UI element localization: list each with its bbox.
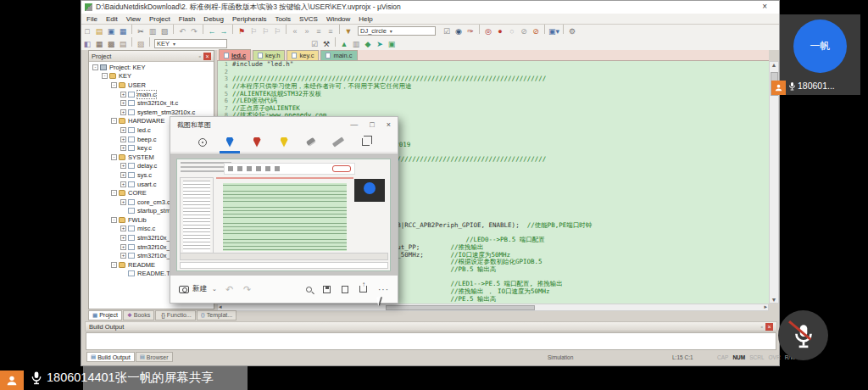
crop-icon[interactable] [359, 136, 371, 148]
camera-icon[interactable] [179, 286, 189, 293]
tree-item-system-stm32f10x-c[interactable]: +system_stm32f10x.c [89, 108, 214, 117]
breakpoint-icon[interactable]: ● [495, 26, 505, 37]
menu-edit[interactable]: Edit [106, 15, 118, 23]
new-snip-button[interactable]: 新建 [192, 284, 207, 294]
close-icon[interactable]: × [762, 2, 767, 11]
window-layout-icon[interactable]: ▣▾ [548, 26, 559, 37]
editor-tab-key-c[interactable]: key.c [287, 50, 319, 60]
close-icon[interactable]: × [387, 120, 391, 129]
comment-icon[interactable]: ≡ [314, 26, 324, 37]
maximize-icon[interactable]: □ [370, 120, 374, 129]
expand-icon[interactable]: + [120, 235, 126, 241]
cut-icon[interactable]: ✂ [136, 26, 146, 37]
batch-build-icon[interactable]: ▤ [118, 39, 128, 50]
build-output-content[interactable] [86, 332, 776, 350]
close-icon[interactable]: × [203, 53, 211, 60]
search-text-combo[interactable]: DJ_circle ▾ [358, 26, 436, 36]
menu-project[interactable]: Project [149, 15, 170, 23]
undo-icon[interactable]: ↶ [177, 26, 187, 37]
expand-icon[interactable]: + [120, 136, 126, 142]
snip-titlebar[interactable]: 截图和草图 — □ × [170, 117, 398, 132]
open-file-icon[interactable]: ▤ [94, 26, 104, 37]
muted-microphone-button[interactable] [778, 310, 828, 360]
pin-icon[interactable]: ▫ [199, 53, 201, 59]
breakpoint-kill-icon[interactable]: ⊘ [519, 26, 529, 37]
save-icon[interactable]: ▣ [106, 26, 116, 37]
touch-writing-icon[interactable] [197, 136, 209, 148]
scroll-down-icon[interactable]: ▼ [770, 297, 778, 303]
ballpoint-pen-icon[interactable] [224, 136, 236, 148]
menu-peripherals[interactable]: Peripherals [232, 15, 266, 23]
expand-icon[interactable]: + [120, 253, 126, 259]
menu-file[interactable]: File [86, 15, 97, 23]
collapse-icon[interactable]: - [92, 64, 98, 70]
bookmark-next-icon[interactable]: ⚐ [260, 26, 270, 37]
manage-items-icon[interactable]: ▥ [351, 39, 361, 50]
pack-installer-icon[interactable]: ▣ [387, 39, 397, 50]
chevron-down-icon[interactable]: ⌄ [212, 286, 217, 292]
new-file-icon[interactable]: □ [82, 26, 92, 37]
ruler-icon[interactable] [332, 136, 344, 148]
menu-tools[interactable]: Tools [275, 15, 291, 23]
collapse-icon[interactable]: - [111, 82, 117, 88]
build-icon[interactable]: ▦ [94, 39, 104, 50]
bookmark-clear-icon[interactable]: ⚐ [272, 26, 282, 37]
tree-item-project-key[interactable]: -Project: KEY [89, 63, 214, 72]
horizontal-scrollbar[interactable]: ◂▸ [217, 304, 769, 311]
undo-icon[interactable]: ↶ [225, 284, 233, 295]
breakpoint-disabled-icon[interactable]: ○ [507, 26, 517, 37]
redo-icon[interactable]: ↷ [243, 284, 251, 295]
expand-icon[interactable]: + [120, 100, 126, 106]
save-icon[interactable] [323, 286, 331, 293]
tree-item-user[interactable]: -USER [89, 81, 214, 90]
rebuild-icon[interactable]: ▩ [106, 39, 116, 50]
close-icon[interactable]: × [765, 323, 773, 331]
editor-tab-key-h[interactable]: key.h [253, 50, 285, 60]
dock-tab-books[interactable]: ❖Books [123, 310, 154, 320]
bookmark-flag-icon[interactable]: ⚑ [236, 26, 247, 37]
zoom-icon[interactable] [306, 287, 312, 292]
menu-svcs[interactable]: SVCS [299, 15, 318, 23]
copy-icon[interactable]: ▥ [147, 26, 158, 37]
expand-icon[interactable]: + [120, 109, 126, 115]
tree-item-main-c[interactable]: +main.c [89, 90, 214, 99]
grab-hand-icon[interactable]: ✑ [465, 26, 476, 37]
back-icon[interactable]: ← [207, 26, 217, 37]
expand-icon[interactable]: + [120, 172, 126, 178]
expand-icon[interactable]: + [120, 181, 126, 187]
scroll-right-icon[interactable]: ▸ [764, 304, 767, 310]
scrollbar-thumb[interactable] [386, 305, 535, 310]
highlighter-icon[interactable] [278, 136, 290, 148]
indent-right-icon[interactable]: » [302, 26, 312, 37]
bookmark-prev-icon[interactable]: ⚐ [248, 26, 259, 37]
tree-item-stm32f10x-it-c[interactable]: +stm32f10x_it.c [89, 98, 214, 108]
debug-start-icon[interactable]: ◆ [363, 39, 373, 50]
uvision-titlebar[interactable]: D:\BaiduNetdiskDownload\2. 标准例程-库函数版本\实验… [81, 1, 779, 14]
dock-tab-templat-[interactable]: ⟨⟩Templat... [197, 310, 236, 320]
options-check-icon[interactable]: ☑ [442, 26, 452, 37]
minimize-icon[interactable]: — [350, 120, 358, 129]
menu-view[interactable]: View [126, 15, 141, 23]
dock-tab--functio-[interactable]: {} Functio... [155, 310, 195, 320]
target-select-combo[interactable]: KEY ▾ [154, 39, 227, 48]
expand-icon[interactable]: + [120, 244, 126, 250]
editor-tab-led-c[interactable]: led.c [219, 49, 251, 60]
expand-icon[interactable]: + [120, 199, 126, 205]
translate-icon[interactable]: ◧ [82, 39, 92, 50]
editor-tab-main-c[interactable]: main.c [320, 50, 357, 60]
copy-icon[interactable] [342, 286, 348, 293]
menu-flash[interactable]: Flash [179, 15, 196, 23]
pin-icon[interactable]: ▫ [761, 324, 763, 330]
participant-video-tile[interactable]: 一帆 180601... [780, 14, 860, 95]
expand-icon[interactable]: + [120, 127, 126, 133]
collapse-icon[interactable]: - [111, 154, 117, 160]
uncomment-icon[interactable]: ≡ [326, 26, 336, 37]
collapse-icon[interactable]: - [111, 262, 117, 268]
paste-icon[interactable]: ▧ [159, 26, 170, 37]
load-flash-icon[interactable]: ▲ [339, 39, 349, 50]
menu-debug[interactable]: Debug [203, 15, 224, 23]
more-options-icon[interactable]: ··· [378, 285, 389, 294]
dock-tab-project[interactable]: ▦Project [88, 310, 122, 320]
menu-window[interactable]: Window [326, 15, 350, 23]
expand-icon[interactable]: + [120, 145, 126, 151]
